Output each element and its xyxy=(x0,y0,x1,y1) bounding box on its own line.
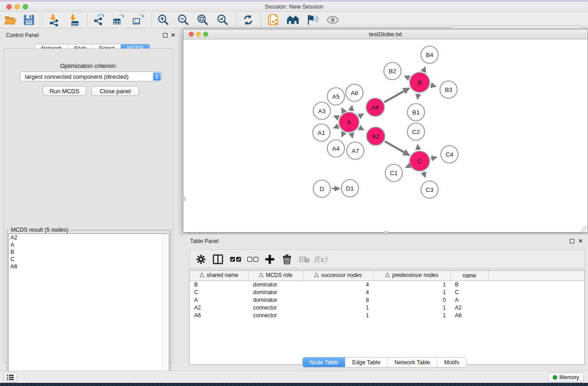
graph-node-C4[interactable]: C4 xyxy=(441,146,458,163)
edge-A-A8[interactable] xyxy=(351,106,352,111)
float-panel-icon[interactable] xyxy=(163,33,167,38)
deselect-all-checkboxes-icon[interactable] xyxy=(245,252,260,267)
apply-layout-refresh-icon[interactable] xyxy=(241,13,255,27)
table-row[interactable]: A6connector11A6 xyxy=(190,311,584,319)
column-header-predecessor-nodes[interactable]: predecessor nodes xyxy=(373,271,450,281)
zoom-in-icon[interactable] xyxy=(156,13,171,27)
cell-empty[interactable] xyxy=(488,281,584,288)
result-item[interactable]: A2 xyxy=(9,234,169,241)
graph-node-B2[interactable]: B2 xyxy=(384,62,401,80)
edge-A-A2[interactable] xyxy=(359,128,363,130)
node-table[interactable]: shared nameMCDS rolesuccessor nodesprede… xyxy=(189,270,585,365)
optimization-criterion-select[interactable]: largest connected component (directed) ▲… xyxy=(20,71,162,81)
select-all-checkboxes-icon[interactable] xyxy=(228,252,243,267)
graph-node-A8[interactable]: A8 xyxy=(346,84,363,101)
graph-node-B3[interactable]: B3 xyxy=(440,81,457,98)
hide-graphics-details-icon[interactable] xyxy=(305,13,320,27)
zoom-fit-icon[interactable] xyxy=(196,13,210,27)
column-header-name[interactable]: name xyxy=(450,271,488,281)
graph-node-C1[interactable]: C1 xyxy=(385,164,402,181)
edge-A-A3[interactable] xyxy=(334,116,339,118)
graph-node-D[interactable]: D xyxy=(313,180,330,197)
cell-successor-nodes[interactable]: 1 xyxy=(303,311,373,319)
cell-predecessor-nodes[interactable]: 1 xyxy=(373,304,450,311)
cell-predecessor-nodes[interactable]: 1 xyxy=(373,281,450,288)
mcds-result-list[interactable]: A2ABCA6 xyxy=(8,234,169,376)
graph-node-A[interactable]: A xyxy=(339,112,359,132)
show-panels-list-button[interactable] xyxy=(4,372,17,382)
table-row[interactable]: Bdominator41B xyxy=(190,281,584,288)
run-mcds-button[interactable]: Run MCDS xyxy=(43,86,86,96)
canvas-scroll-nub-bottom[interactable] xyxy=(384,231,388,234)
edge-B-B3[interactable] xyxy=(430,85,436,86)
zoom-selected-icon[interactable] xyxy=(215,13,230,27)
result-item[interactable]: A xyxy=(9,241,169,248)
canvas-scroll-nub-left[interactable] xyxy=(183,197,186,201)
window-resize-grip[interactable] xyxy=(581,226,587,232)
add-column-icon[interactable] xyxy=(262,252,277,267)
result-item[interactable]: A6 xyxy=(9,263,169,270)
cell-shared-name[interactable]: A6 xyxy=(190,311,249,319)
cell-MCDS-role[interactable]: dominator xyxy=(249,288,303,296)
edge-C-C4[interactable] xyxy=(430,157,436,158)
edge-A-A4[interactable] xyxy=(342,132,344,137)
edge-A2-C[interactable] xyxy=(385,141,409,155)
result-list-scrollbar[interactable] xyxy=(163,234,169,376)
export-image-icon[interactable] xyxy=(130,13,145,27)
cell-MCDS-role[interactable]: connector xyxy=(249,311,303,319)
graph-node-B1[interactable]: B1 xyxy=(407,104,425,121)
open-session-icon[interactable] xyxy=(3,13,17,27)
table-options-gear-icon[interactable] xyxy=(193,252,209,267)
cell-successor-nodes[interactable]: 4 xyxy=(303,281,373,288)
graph-node-A5[interactable]: A5 xyxy=(327,88,344,105)
graph-node-C3[interactable]: C3 xyxy=(421,181,438,198)
memory-button[interactable]: Memory xyxy=(548,372,584,382)
table-row[interactable]: Cdominator41C xyxy=(190,288,584,296)
cell-empty[interactable] xyxy=(488,296,584,304)
cell-predecessor-nodes[interactable]: 0 xyxy=(373,296,450,304)
edge-C-C3[interactable] xyxy=(423,172,425,177)
cell-MCDS-role[interactable]: connector xyxy=(249,304,303,311)
zoom-out-icon[interactable] xyxy=(176,13,191,27)
graph-node-A4[interactable]: A4 xyxy=(327,140,344,157)
cell-shared-name[interactable]: B xyxy=(190,281,249,288)
network-from-file-icon[interactable] xyxy=(266,13,281,27)
cell-successor-nodes[interactable]: 8 xyxy=(303,296,373,304)
cell-name[interactable]: A xyxy=(450,296,488,304)
table-row[interactable]: A2connector11A2 xyxy=(190,304,584,311)
column-header-shared-name[interactable]: shared name xyxy=(190,271,249,281)
cell-empty[interactable] xyxy=(488,311,584,319)
cell-name[interactable]: A2 xyxy=(450,304,488,311)
cell-shared-name[interactable]: A2 xyxy=(190,304,249,311)
export-table-icon[interactable] xyxy=(111,13,125,27)
home-pages-icon[interactable] xyxy=(286,13,300,27)
cell-shared-name[interactable]: C xyxy=(190,288,249,296)
import-network-icon[interactable] xyxy=(47,13,62,27)
cell-name[interactable]: C xyxy=(450,288,488,296)
column-header-successor-nodes[interactable]: successor nodes xyxy=(303,271,373,281)
edge-A-A6[interactable] xyxy=(359,114,363,117)
cell-MCDS-role[interactable]: dominator xyxy=(249,296,303,304)
edge-A6-B[interactable] xyxy=(384,88,409,102)
delete-column-trash-icon[interactable] xyxy=(279,252,295,267)
edge-A-A7[interactable] xyxy=(351,133,352,138)
import-table-icon[interactable] xyxy=(67,13,81,27)
panel-tab-network-table[interactable]: Network Table xyxy=(387,357,437,367)
cell-name[interactable]: A6 xyxy=(450,311,488,319)
cell-shared-name[interactable]: A xyxy=(190,296,249,304)
edge-A-A1[interactable] xyxy=(334,126,339,128)
table-float-icon[interactable] xyxy=(570,239,574,243)
panel-tab-node-table[interactable]: Node Table xyxy=(303,357,345,367)
graph-node-D1[interactable]: D1 xyxy=(341,180,359,197)
cell-MCDS-role[interactable]: dominator xyxy=(249,281,303,288)
cell-empty[interactable] xyxy=(488,304,584,311)
close-panel-button[interactable]: Close panel xyxy=(91,86,139,96)
result-item[interactable]: C xyxy=(9,256,169,263)
graph-node-A2[interactable]: A2 xyxy=(367,127,385,145)
graph-node-C[interactable]: C xyxy=(410,151,430,171)
save-session-icon[interactable] xyxy=(22,13,36,27)
close-panel-icon[interactable]: ✕ xyxy=(171,33,176,38)
show-column-icon[interactable] xyxy=(210,252,225,267)
graph-node-A3[interactable]: A3 xyxy=(313,102,330,119)
graph-node-A1[interactable]: A1 xyxy=(313,124,330,141)
